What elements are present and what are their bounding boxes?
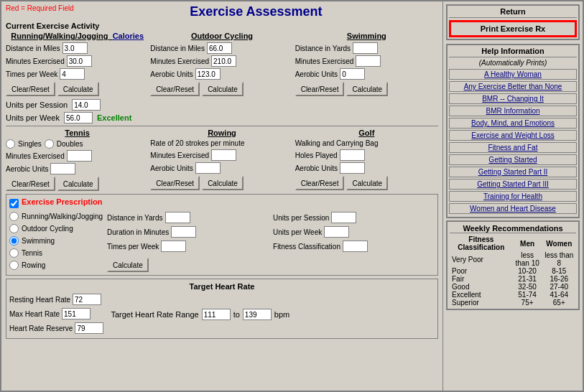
help-item[interactable]: Women and Heart Disease: [449, 203, 577, 214]
weekly-box: Weekly Recommendations Fitness Classific…: [446, 220, 580, 310]
weekly-table-row: Fair21-3116-26: [450, 275, 576, 283]
weekly-col-fitness: Fitness Classification: [450, 235, 513, 251]
presc-tennis-radio[interactable]: [9, 248, 19, 258]
swimming-calculate-button[interactable]: Calculate: [346, 82, 388, 96]
rowing-minutes-input[interactable]: [211, 149, 236, 161]
units-session-label: Units per Session: [6, 101, 68, 109]
cycling-aerobic-input[interactable]: [195, 68, 221, 80]
help-item[interactable]: Body, Mind, and Emotions: [449, 118, 577, 129]
running-calculate-button[interactable]: Calculate: [57, 82, 99, 96]
swimming-aerobic-input[interactable]: [340, 68, 365, 80]
presc-fitness-label: Fitness Classification: [273, 243, 340, 251]
swimming-clear-reset-button[interactable]: Clear/Reset: [295, 82, 345, 96]
swimming-distance-input[interactable]: [353, 42, 378, 54]
presc-duration-input[interactable]: [171, 226, 196, 238]
golf-aerobic-input[interactable]: [340, 162, 365, 174]
help-item[interactable]: BMR -- Changing It: [449, 93, 577, 104]
running-minutes-input[interactable]: [67, 55, 92, 67]
tennis-clear-reset-button[interactable]: Clear/Reset: [6, 177, 55, 191]
rowing-clear-reset-button[interactable]: Clear/Reset: [150, 176, 200, 190]
presc-cycling-radio[interactable]: [9, 224, 19, 233]
max-hr-input[interactable]: [62, 308, 91, 319]
help-title: Help Information: [449, 47, 577, 57]
tennis-doubles-radio[interactable]: [45, 139, 54, 149]
weekly-col-men: Men: [513, 235, 542, 251]
calories-link[interactable]: Calories: [113, 32, 144, 40]
page-title: Exercise Assessment: [190, 4, 322, 19]
help-item[interactable]: Getting Started Part II: [449, 167, 577, 177]
hr-reserve-input[interactable]: [75, 322, 103, 334]
rowing-calculate-button[interactable]: Calculate: [202, 176, 244, 190]
golf-clear-reset-button[interactable]: Clear/Reset: [295, 176, 345, 190]
cycling-distance-label: Distance in Miles: [150, 45, 205, 52]
hr-range-label: Target Heart Rate Range: [111, 310, 198, 319]
cycling-calculate-button[interactable]: Calculate: [202, 82, 244, 96]
help-item[interactable]: Getting Started: [449, 154, 577, 165]
weekly-table-row: Poor10-208-15: [450, 267, 576, 275]
tennis-minutes-input[interactable]: [67, 150, 92, 162]
presc-running-radio[interactable]: [9, 212, 19, 221]
presc-swimming-radio[interactable]: [9, 236, 19, 246]
tennis-doubles-label: Doubles: [57, 140, 83, 148]
swimming-distance-label: Distance in Yards: [295, 45, 351, 52]
tennis-title: Tennis: [6, 129, 149, 137]
tennis-singles-radio[interactable]: [6, 139, 15, 149]
rowing-rate-label: Rate of 20 strokes per minute: [150, 139, 293, 147]
presc-units-session-input[interactable]: [331, 212, 356, 223]
help-item[interactable]: Fitness and Fat: [449, 142, 577, 153]
running-distance-label: Distance in Miles: [6, 45, 60, 52]
weekly-table-row: Superior75+65+: [450, 299, 576, 307]
cycling-aerobic-label: Aerobic Units: [150, 70, 193, 78]
help-box: Help Information (Automatically Prints) …: [446, 44, 580, 218]
presc-times-input[interactable]: [161, 241, 186, 252]
cycling-clear-reset-button[interactable]: Clear/Reset: [150, 82, 200, 96]
tennis-minutes-label: Minutes Exercised: [6, 152, 65, 160]
golf-calculate-button[interactable]: Calculate: [346, 176, 388, 190]
help-item[interactable]: A Healthy Woman: [449, 69, 577, 80]
tennis-calculate-button[interactable]: Calculate: [57, 177, 99, 191]
presc-rowing-label: Rowing: [22, 261, 45, 269]
units-week-input[interactable]: [64, 112, 93, 123]
golf-holes-input[interactable]: [340, 149, 365, 161]
running-distance-input[interactable]: [62, 42, 88, 54]
hr-range-low-input[interactable]: [202, 309, 231, 320]
weekly-table-row: Very Poorless than 10less than 8: [450, 251, 576, 267]
rowing-minutes-label: Minutes Exercised: [150, 151, 209, 159]
help-item[interactable]: Any Exercise Better than None: [449, 81, 577, 92]
hr-bpm-label: bpm: [274, 310, 289, 319]
presc-fitness-input[interactable]: [343, 241, 368, 252]
cycling-distance-input[interactable]: [207, 42, 232, 54]
hr-range-high-input[interactable]: [243, 309, 272, 320]
prescription-title: Exercise Prescription: [22, 197, 103, 206]
swimming-minutes-input[interactable]: [356, 55, 381, 67]
cycling-minutes-label: Minutes Exercised: [150, 57, 209, 65]
help-item[interactable]: Training for Health: [449, 191, 577, 202]
rowing-aerobic-input[interactable]: [195, 162, 221, 174]
presc-distance-input[interactable]: [165, 212, 190, 223]
cycling-minutes-input[interactable]: [211, 55, 236, 67]
required-field-label: Red = Required Field: [6, 4, 74, 12]
weekly-title: Weekly Recommendations: [450, 224, 576, 233]
resting-hr-input[interactable]: [73, 294, 101, 305]
print-exercise-rx-button[interactable]: Print Exercise Rx: [449, 20, 577, 37]
tennis-aerobic-input[interactable]: [50, 163, 75, 174]
units-session-input[interactable]: [72, 99, 101, 111]
running-times-input[interactable]: [60, 68, 85, 80]
running-times-label: Times per Week: [6, 70, 57, 78]
help-item[interactable]: Exercise and Weight Loss: [449, 130, 577, 141]
running-title: Running/Walking/Jogging: [11, 32, 108, 40]
help-item[interactable]: BMR Information: [449, 106, 577, 116]
prescription-checkbox[interactable]: [9, 199, 19, 208]
presc-running-label: Running/Walking/Jogging: [22, 213, 103, 220]
tennis-aerobic-label: Aerobic Units: [6, 165, 48, 173]
presc-calculate-button[interactable]: Calculate: [107, 258, 149, 272]
help-item[interactable]: Getting Started Part III: [449, 179, 577, 190]
units-week-status: Excellent: [97, 113, 131, 122]
tennis-singles-label: Singles: [18, 140, 42, 148]
return-box: Return Print Exercise Rx: [446, 4, 580, 40]
presc-units-week-input[interactable]: [324, 226, 349, 238]
running-clear-reset-button[interactable]: Clear/Reset: [6, 82, 55, 96]
weekly-col-women: Women: [542, 235, 576, 251]
presc-rowing-radio[interactable]: [9, 261, 19, 270]
weekly-table-row: Excellent51-7441-64: [450, 291, 576, 299]
